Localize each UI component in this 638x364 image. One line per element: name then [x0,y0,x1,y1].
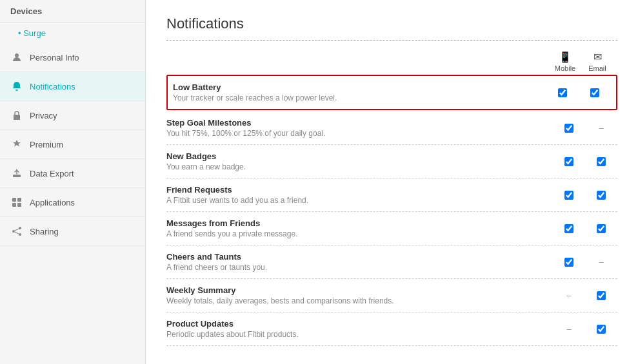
sidebar: Devices Surge Personal Info Notification… [0,0,146,364]
email-check-low-battery[interactable] [579,88,611,97]
notif-title-new-badges: New Badges [166,151,553,161]
notif-checks-product-updates: – [553,324,617,334]
mobile-icon: 📱 [559,51,572,63]
sidebar-item-data-export[interactable]: Data Export [0,159,145,188]
notif-desc-friend-requests: A Fitbit user wants to add you as a frie… [166,196,553,205]
column-headers: 📱 Mobile ✉ Email [166,51,617,72]
sidebar-item-personal-info[interactable]: Personal Info [0,43,145,72]
notif-row-cheers-and-taunts: Cheers and TauntsA friend cheers or taun… [166,245,617,279]
mobile-check-cheers-and-taunts[interactable] [553,257,585,267]
svg-rect-5 [12,203,16,207]
notif-checks-friend-requests [553,191,617,200]
email-check-step-goal: – [585,123,617,133]
mobile-check-messages-from-friends[interactable] [553,224,585,233]
notif-row-low-battery: Low BatteryYour tracker or scale reaches… [166,75,617,110]
mobile-column-header: 📱 Mobile [549,51,581,72]
svg-rect-2 [13,175,21,177]
notif-row-messages-from-friends: Messages from FriendsA friend sends you … [166,212,617,245]
notif-text-cheers-and-taunts: Cheers and TauntsA friend cheers or taun… [166,252,553,272]
mobile-check-weekly-summary: – [553,291,585,300]
svg-point-8 [12,230,15,233]
email-icon: ✉ [593,51,602,63]
notif-title-friend-requests: Friend Requests [166,185,553,195]
svg-line-11 [15,232,19,234]
notif-row-step-goal: Step Goal MilestonesYou hit 75%, 100% or… [166,111,617,145]
lock-icon [10,109,23,122]
mobile-check-low-battery[interactable] [546,88,579,97]
notif-row-product-updates: Product UpdatesPeriodic updates about Fi… [166,312,617,346]
notifications-list: Low BatteryYour tracker or scale reaches… [166,75,617,346]
notif-desc-product-updates: Periodic updates about Fitbit products. [166,330,553,339]
sidebar-devices-header: Devices [0,0,145,23]
mobile-check-friend-requests[interactable] [553,191,585,200]
notif-checks-low-battery [546,88,611,97]
mobile-check-step-goal[interactable] [553,123,585,133]
notif-desc-messages-from-friends: A friend sends you a private message. [166,229,553,238]
email-label: Email [588,64,606,72]
notif-text-low-battery: Low BatteryYour tracker or scale reaches… [173,82,546,102]
bell-icon [10,80,23,93]
svg-point-0 [15,53,19,57]
notif-text-product-updates: Product UpdatesPeriodic updates about Fi… [166,319,553,339]
sidebar-item-privacy[interactable]: Privacy [0,101,145,130]
svg-rect-1 [14,115,20,120]
notif-checks-new-badges [553,157,617,166]
mobile-label: Mobile [555,64,575,72]
email-check-product-updates[interactable] [585,324,617,334]
svg-rect-3 [12,198,16,202]
notif-title-step-goal: Step Goal Milestones [166,118,553,128]
notif-row-new-badges: New BadgesYou earn a new badge. [166,145,617,178]
email-check-weekly-summary[interactable] [585,291,617,300]
notif-text-weekly-summary: Weekly SummaryWeekly totals, daily avera… [166,285,553,305]
notif-desc-step-goal: You hit 75%, 100% or 125% of your daily … [166,129,553,138]
svg-line-10 [15,229,19,231]
notif-text-messages-from-friends: Messages from FriendsA friend sends you … [166,218,553,238]
notif-desc-cheers-and-taunts: A friend cheers or taunts you. [166,263,553,272]
notif-text-friend-requests: Friend RequestsA Fitbit user wants to ad… [166,185,553,205]
sidebar-item-label: Privacy [30,111,57,120]
page-title: Notifications [166,15,617,32]
sidebar-item-label: Sharing [30,227,59,236]
person-icon [10,51,23,64]
notif-title-cheers-and-taunts: Cheers and Taunts [166,252,553,262]
sidebar-item-label: Personal Info [30,53,79,62]
sidebar-item-label: Applications [30,198,75,207]
email-check-messages-from-friends[interactable] [585,224,617,233]
notif-row-friend-requests: Friend RequestsA Fitbit user wants to ad… [166,178,617,212]
sidebar-item-notifications[interactable]: Notifications [0,72,145,101]
sidebar-item-sharing[interactable]: Sharing [0,217,145,246]
email-check-new-badges[interactable] [585,157,617,166]
notif-checks-step-goal: – [553,123,617,133]
notif-row-weekly-summary: Weekly SummaryWeekly totals, daily avera… [166,279,617,312]
star-icon [10,138,23,151]
sidebar-subitem-surge[interactable]: Surge [0,23,145,43]
svg-point-9 [19,233,21,236]
sidebar-item-premium[interactable]: Premium [0,130,145,159]
email-check-friend-requests[interactable] [585,191,617,200]
sidebar-item-label: Notifications [30,82,75,91]
email-check-cheers-and-taunts: – [585,257,617,267]
notif-checks-messages-from-friends [553,224,617,233]
mobile-check-new-badges[interactable] [553,157,585,166]
svg-rect-6 [17,203,21,207]
svg-rect-4 [17,198,21,202]
notif-text-step-goal: Step Goal MilestonesYou hit 75%, 100% or… [166,118,553,138]
sidebar-item-label: Data Export [30,169,74,178]
main-content: Notifications 📱 Mobile ✉ Email Low Batte… [146,0,638,364]
email-column-header: ✉ Email [581,51,613,72]
share-icon [10,225,23,238]
notif-text-new-badges: New BadgesYou earn a new badge. [166,151,553,171]
sidebar-item-applications[interactable]: Applications [0,188,145,217]
notif-title-messages-from-friends: Messages from Friends [166,218,553,228]
notif-desc-new-badges: You earn a new badge. [166,162,553,171]
sidebar-item-label: Premium [30,140,63,149]
notif-desc-weekly-summary: Weekly totals, daily averages, bests and… [166,296,553,305]
notif-checks-cheers-and-taunts: – [553,257,617,267]
mobile-check-product-updates: – [553,324,585,334]
notif-title-weekly-summary: Weekly Summary [166,285,553,295]
export-icon [10,167,23,180]
divider [166,40,617,41]
notif-title-low-battery: Low Battery [173,82,546,92]
svg-point-7 [19,227,21,229]
notif-title-product-updates: Product Updates [166,319,553,329]
